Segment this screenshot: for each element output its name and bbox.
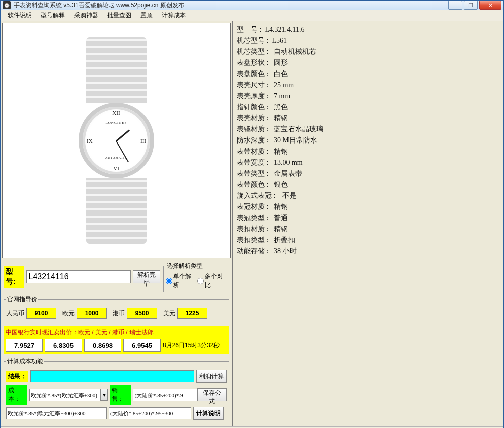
cost-formula-dropdown-icon[interactable]: ▾ [100,389,107,400]
rmb-label: 人民币 [6,309,24,318]
titlebar: ⌚ 手表资料查询系统 v5.31吾爱破解论坛 www.52pojie.cn 原创… [1,1,503,10]
fx-panel: 中国银行实时现汇卖出价：欧元 / 美元 / 港币 / 瑞士法郎 7.9527 6… [4,326,229,354]
parse-type-group: 选择解析类型 单个解析 多个对比 [163,262,229,292]
menu-batch-image[interactable]: 批量查图 [103,10,135,21]
minimize-button[interactable]: — [448,1,462,10]
model-label: 型号: [4,266,24,288]
rmb-value: 9100 [26,308,56,319]
menu-software-info[interactable]: 软件说明 [4,10,36,21]
cost-formula-select[interactable] [30,389,100,401]
result-input[interactable] [30,370,194,382]
cost-legend: 计算成本功能 [6,357,44,366]
parse-type-legend: 选择解析类型 [166,262,204,270]
cost-group: 计算成本功能 结果： 利润计算 成本： ▾ 销售： [4,357,229,424]
sale-label: 销售： [110,385,131,405]
parse-button[interactable]: 解析完毕 [133,270,161,283]
eur-value: 1000 [77,308,107,319]
official-price-legend: 官网指导价 [6,295,38,304]
save-formula-button[interactable]: 保存公式 [197,388,227,401]
window-title: 手表资料查询系统 v5.31吾爱破解论坛 www.52pojie.cn 原创发布 [14,1,448,10]
official-price-group: 官网指导价 人民币 9100 欧元 1000 港币 9500 美元 1225 [4,295,229,323]
explain-button[interactable]: 计算说明 [193,407,224,420]
result-label: 结果： [6,371,28,382]
fx-time: 8月26日15时3分32秒 [163,341,220,350]
fx-usd: 6.8305 [45,339,82,352]
menu-calc-cost[interactable]: 计算成本 [158,10,190,21]
hkd-label: 港币 [113,309,125,318]
menu-topmost[interactable]: 置顶 [136,10,157,21]
fx-hkd: 0.8698 [84,339,121,352]
usd-label: 美元 [163,309,175,318]
fx-eur: 7.9527 [6,339,43,352]
fx-title: 中国银行实时现汇卖出价：欧元 / 美元 / 港币 / 瑞士法郎 [6,328,227,337]
cost-label: 成本： [6,385,27,405]
hkd-value: 9500 [127,308,157,319]
eur-label: 欧元 [62,309,75,318]
close-button[interactable]: ✕ [479,1,501,10]
maximize-button[interactable]: ☐ [464,1,478,10]
watch-brand-text: LONGINES [83,121,150,125]
menu-purchase-tool[interactable]: 采购神器 [70,10,102,21]
fx-chf: 6.9545 [123,339,161,352]
cost-formula-full[interactable] [6,407,107,419]
model-input[interactable] [26,270,131,283]
sale-formula-full[interactable] [109,407,191,419]
app-icon: ⌚ [3,1,11,9]
radio-single[interactable]: 单个解析 [166,272,195,290]
usd-value: 1225 [177,308,207,319]
sale-formula-select[interactable] [133,389,202,401]
radio-multi[interactable]: 多个对比 [197,272,227,290]
product-image: LONGINES XIIIIIVIIX AUTOMATIC [2,23,231,258]
profit-button[interactable]: 利润计算 [196,370,227,383]
watch-auto-text: AUTOMATIC [83,156,150,159]
menu-model-explain[interactable]: 型号解释 [37,10,69,21]
menubar: 软件说明 型号解释 采购神器 批量查图 置顶 计算成本 [1,10,503,21]
specs-panel: 型 号 : L4.321.4.11.6 机芯型号 : L561 机芯类型 : 自… [232,21,503,426]
